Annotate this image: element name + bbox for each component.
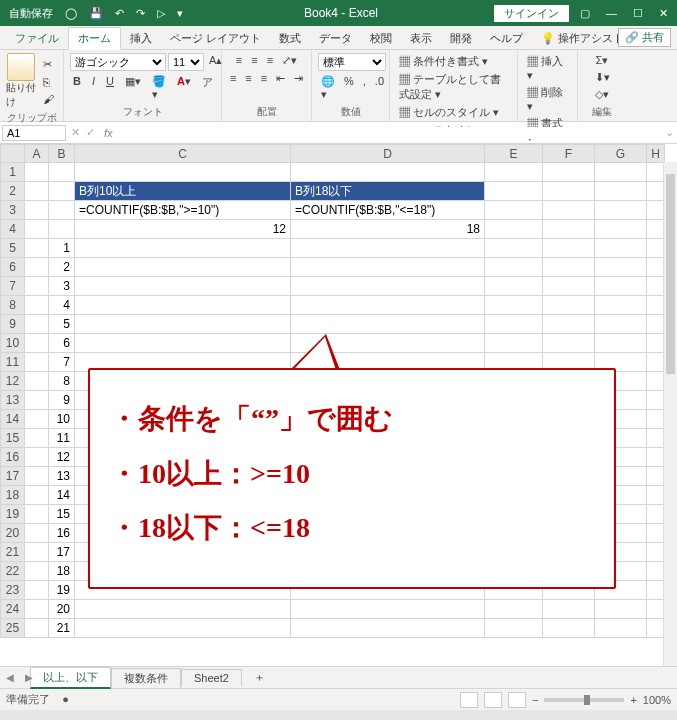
- cell[interactable]: [543, 220, 595, 239]
- cell[interactable]: [485, 182, 543, 201]
- font-size-select[interactable]: 11: [168, 53, 204, 71]
- cut-icon[interactable]: ✂: [40, 57, 57, 72]
- cell[interactable]: [25, 353, 49, 372]
- cell[interactable]: [543, 315, 595, 334]
- cell[interactable]: [647, 353, 665, 372]
- cell[interactable]: [595, 163, 647, 182]
- row-23[interactable]: 23: [1, 581, 25, 600]
- cell[interactable]: [485, 619, 543, 638]
- cell[interactable]: [647, 581, 665, 600]
- cell[interactable]: [647, 315, 665, 334]
- underline-button[interactable]: U: [103, 74, 117, 102]
- view-normal-icon[interactable]: [460, 692, 478, 708]
- ribbon-display-icon[interactable]: ▢: [575, 5, 595, 22]
- cell[interactable]: B列18以下: [291, 182, 485, 201]
- cell[interactable]: [485, 258, 543, 277]
- cell[interactable]: [25, 182, 49, 201]
- currency-icon[interactable]: 🌐▾: [318, 74, 338, 102]
- cell[interactable]: 18: [291, 220, 485, 239]
- cell[interactable]: [75, 619, 291, 638]
- cell[interactable]: [25, 486, 49, 505]
- sheet-tab-0[interactable]: 以上、以下: [30, 667, 111, 689]
- row-11[interactable]: 11: [1, 353, 25, 372]
- fx-icon[interactable]: fx: [98, 127, 119, 139]
- cell[interactable]: [485, 239, 543, 258]
- cell[interactable]: [647, 562, 665, 581]
- zoom-slider[interactable]: [544, 698, 624, 702]
- cell[interactable]: [647, 334, 665, 353]
- autosum-icon[interactable]: Σ▾: [593, 53, 612, 68]
- cell[interactable]: =COUNTIF($B:$B,">=10"): [75, 201, 291, 220]
- cell[interactable]: 15: [49, 505, 75, 524]
- cell[interactable]: [75, 277, 291, 296]
- cell[interactable]: [291, 277, 485, 296]
- font-name-select[interactable]: 游ゴシック: [70, 53, 166, 71]
- cell[interactable]: [647, 239, 665, 258]
- autosave-switch[interactable]: ◯: [60, 5, 82, 22]
- row-15[interactable]: 15: [1, 429, 25, 448]
- cell[interactable]: [25, 258, 49, 277]
- cell[interactable]: [647, 600, 665, 619]
- cell[interactable]: [291, 619, 485, 638]
- cell[interactable]: [25, 467, 49, 486]
- cell[interactable]: 9: [49, 391, 75, 410]
- cell[interactable]: 12: [75, 220, 291, 239]
- cell[interactable]: 11: [49, 429, 75, 448]
- cell[interactable]: [647, 372, 665, 391]
- row-16[interactable]: 16: [1, 448, 25, 467]
- cell[interactable]: [595, 239, 647, 258]
- cell[interactable]: [595, 600, 647, 619]
- cell[interactable]: [595, 619, 647, 638]
- cell[interactable]: [647, 467, 665, 486]
- cell[interactable]: [291, 296, 485, 315]
- cell[interactable]: [647, 258, 665, 277]
- row-2[interactable]: 2: [1, 182, 25, 201]
- row-9[interactable]: 9: [1, 315, 25, 334]
- clear-icon[interactable]: ◇▾: [592, 87, 612, 102]
- pointer-icon[interactable]: ▷: [152, 5, 170, 22]
- cell[interactable]: [543, 239, 595, 258]
- align-center-icon[interactable]: ≡: [242, 71, 254, 86]
- row-7[interactable]: 7: [1, 277, 25, 296]
- cell[interactable]: [647, 410, 665, 429]
- tab-view[interactable]: 表示: [401, 28, 441, 49]
- align-right-icon[interactable]: ≡: [258, 71, 270, 86]
- macro-record-icon[interactable]: ●: [62, 693, 69, 705]
- row-8[interactable]: 8: [1, 296, 25, 315]
- cell[interactable]: [25, 163, 49, 182]
- cell[interactable]: [75, 239, 291, 258]
- cell[interactable]: 7: [49, 353, 75, 372]
- cell[interactable]: [25, 600, 49, 619]
- cell[interactable]: [25, 410, 49, 429]
- cell[interactable]: [647, 296, 665, 315]
- add-sheet-button[interactable]: ＋: [242, 668, 277, 687]
- cell[interactable]: =COUNTIF($B:$B,"<=18"): [291, 201, 485, 220]
- row-21[interactable]: 21: [1, 543, 25, 562]
- cell[interactable]: [75, 163, 291, 182]
- cell[interactable]: [75, 296, 291, 315]
- save-icon[interactable]: 💾: [84, 5, 108, 22]
- cell[interactable]: [647, 429, 665, 448]
- comma-icon[interactable]: ,: [360, 74, 369, 102]
- format-painter-icon[interactable]: 🖌: [40, 92, 57, 106]
- row-22[interactable]: 22: [1, 562, 25, 581]
- cell[interactable]: [25, 448, 49, 467]
- cell[interactable]: [291, 258, 485, 277]
- tab-formulas[interactable]: 数式: [270, 28, 310, 49]
- row-25[interactable]: 25: [1, 619, 25, 638]
- cell[interactable]: [595, 296, 647, 315]
- inc-dec-icon[interactable]: .0: [372, 74, 387, 102]
- cell[interactable]: 16: [49, 524, 75, 543]
- cell[interactable]: [647, 391, 665, 410]
- cell[interactable]: [485, 220, 543, 239]
- cell[interactable]: [75, 258, 291, 277]
- cell[interactable]: [25, 391, 49, 410]
- col-C[interactable]: C: [75, 145, 291, 163]
- row-19[interactable]: 19: [1, 505, 25, 524]
- cell[interactable]: [25, 581, 49, 600]
- cell[interactable]: 5: [49, 315, 75, 334]
- cell[interactable]: 14: [49, 486, 75, 505]
- cell[interactable]: B列10以上: [75, 182, 291, 201]
- indent-inc-icon[interactable]: ⇥: [291, 71, 306, 86]
- row-17[interactable]: 17: [1, 467, 25, 486]
